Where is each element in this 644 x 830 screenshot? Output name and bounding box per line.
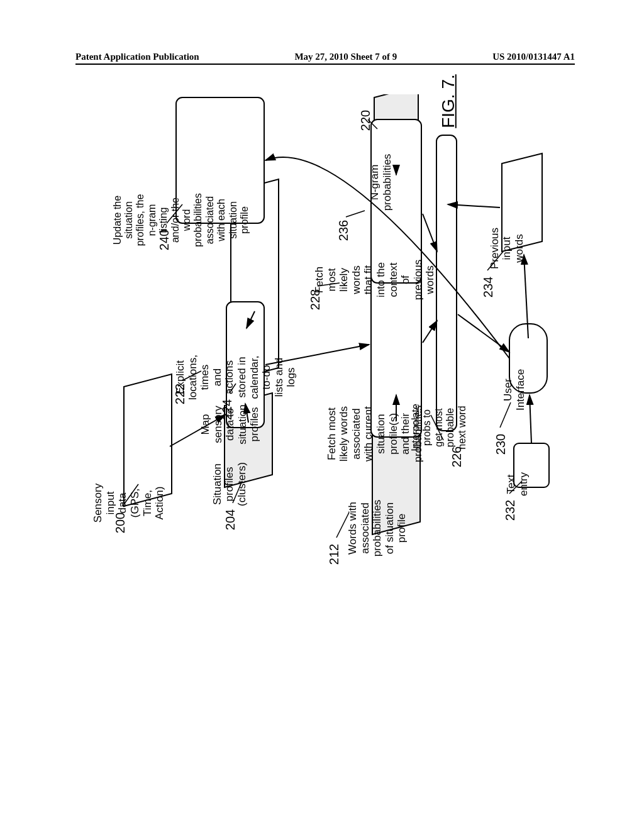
ref-236: 236 xyxy=(336,220,351,241)
ref-226: 226 xyxy=(450,446,464,467)
header-center: May 27, 2010 Sheet 7 of 9 xyxy=(294,52,397,62)
ref-240: 240 xyxy=(157,230,172,250)
svg-line-19 xyxy=(423,214,437,252)
update-profiles-process: Update the situation profiles, the n-gra… xyxy=(108,188,255,252)
user-interface-process: User Interface xyxy=(498,364,530,416)
sensory-input-data: Sensory input data (GPS, Time, Action) xyxy=(88,479,169,528)
ref-234: 234 xyxy=(481,277,496,297)
svg-line-18 xyxy=(423,321,437,343)
ref-200: 200 xyxy=(113,512,128,533)
ref-230: 230 xyxy=(494,434,508,455)
text-entry-process: Text entry xyxy=(501,467,533,501)
header-right: US 2010/0131447 A1 xyxy=(492,52,575,62)
fetch-context-process: Fetch most likely words that fit into th… xyxy=(309,255,440,305)
svg-line-35 xyxy=(346,211,365,217)
previous-words-data: Previous input words xyxy=(485,223,530,274)
explicit-locations-data: Explicit locations, times and actions st… xyxy=(170,350,301,405)
ref-228: 228 xyxy=(308,289,323,310)
figure-stage: Sensory input data (GPS, Time, Action) S… xyxy=(88,94,566,755)
ngram-data: N-gram probabilities xyxy=(365,149,397,216)
ref-204: 204 xyxy=(223,509,238,530)
svg-line-21 xyxy=(448,204,500,208)
ref-224: 224 xyxy=(220,399,235,420)
figure-caption: FIG. 7. xyxy=(438,74,458,128)
ref-232: 232 xyxy=(503,500,518,521)
words-probs-data: Words with associated probabilities of s… xyxy=(343,495,412,562)
ref-220: 220 xyxy=(358,110,373,131)
header-left: Patent Application Publication xyxy=(75,52,199,62)
ref-222: 222 xyxy=(173,384,187,404)
situation-profiles-data: Situation profiles (clusters) xyxy=(208,457,252,511)
svg-line-17 xyxy=(247,311,255,328)
ref-212: 212 xyxy=(327,544,341,565)
svg-line-22 xyxy=(458,314,509,352)
